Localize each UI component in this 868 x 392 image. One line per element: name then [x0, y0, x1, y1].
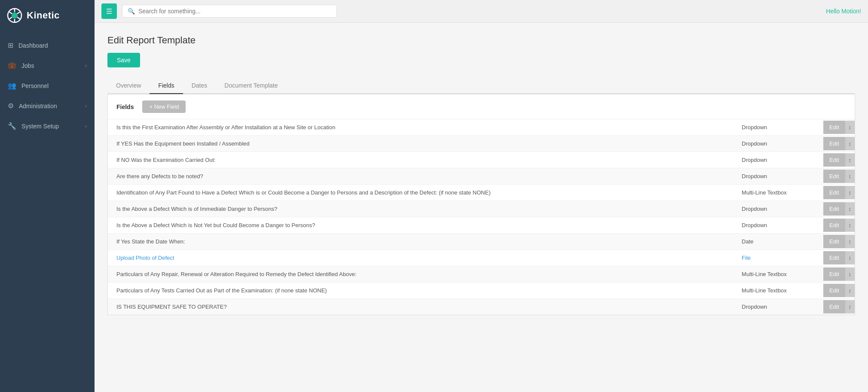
svg-line-3: [17, 12, 20, 14]
svg-point-1: [12, 12, 18, 18]
field-actions: Edit↕: [823, 121, 855, 134]
field-type: File: [737, 250, 823, 266]
edit-button[interactable]: Edit: [823, 153, 845, 167]
field-name: Is this the First Examination After Asse…: [108, 119, 737, 135]
field-actions: Edit↕: [823, 219, 855, 232]
fields-table: Is this the First Examination After Asse…: [108, 119, 855, 315]
table-row: Is the Above a Defect Which is of Immedi…: [108, 201, 855, 217]
svg-line-6: [9, 17, 12, 19]
tab-overview[interactable]: Overview: [107, 78, 150, 94]
sidebar-item-label: Personnel: [21, 82, 87, 89]
svg-line-4: [17, 17, 20, 19]
tab-dates[interactable]: Dates: [183, 78, 216, 94]
edit-button[interactable]: Edit: [823, 219, 845, 232]
table-row: If YES Has the Equipment been Installed …: [108, 136, 855, 152]
field-name: Are there any Defects to be noted?: [108, 168, 737, 184]
field-name: Is the Above a Defect Which is of Immedi…: [108, 201, 737, 217]
chevron-icon: ‹: [85, 63, 87, 69]
field-type: Dropdown: [737, 217, 823, 233]
field-type: Dropdown: [737, 299, 823, 315]
field-type: Dropdown: [737, 152, 823, 168]
sidebar-item-administration[interactable]: ⚙ Administration ‹: [0, 96, 95, 116]
field-type: Dropdown: [737, 201, 823, 217]
topbar-right: Hello Motion!: [826, 7, 861, 15]
edit-button[interactable]: Edit: [823, 235, 845, 248]
greeting-text: Hello Motion!: [826, 8, 861, 15]
table-row: If NO Was the Examination Carried Out:Dr…: [108, 152, 855, 168]
edit-button[interactable]: Edit: [823, 251, 845, 264]
sort-button[interactable]: ↕: [845, 170, 855, 183]
tab-document-template[interactable]: Document Template: [216, 78, 286, 94]
sort-button[interactable]: ↕: [845, 202, 855, 216]
field-actions: Edit↕: [823, 284, 855, 297]
field-type: Dropdown: [737, 119, 823, 135]
sort-button[interactable]: ↕: [845, 284, 855, 297]
table-row: IS THIS EQUIPMENT SAFE TO OPERATE?Dropdo…: [108, 299, 855, 315]
field-actions: Edit↕: [823, 202, 855, 216]
tabs: Overview Fields Dates Document Template: [107, 78, 855, 94]
field-type: Multi-Line Textbox: [737, 266, 823, 282]
topbar: ☰ 🔍 Hello Motion!: [95, 0, 868, 23]
fields-section-label: Fields: [116, 103, 134, 110]
field-name: Particulars of Any Tests Carried Out as …: [108, 283, 737, 298]
edit-button[interactable]: Edit: [823, 121, 845, 134]
field-name: If YES Has the Equipment been Installed …: [108, 136, 737, 152]
sidebar-item-label: Administration: [19, 103, 80, 109]
edit-button[interactable]: Edit: [823, 170, 845, 183]
field-actions: Edit↕: [823, 170, 855, 183]
sidebar: Kinetic ⊞ Dashboard 💼 Jobs ‹ 👥 Personnel…: [0, 0, 95, 392]
main-area: ☰ 🔍 Hello Motion! Edit Report Template S…: [95, 0, 868, 392]
edit-button[interactable]: Edit: [823, 267, 845, 281]
table-section: Fields + New Field Is this the First Exa…: [107, 94, 855, 315]
sort-button[interactable]: ↕: [845, 137, 855, 150]
field-type: Dropdown: [737, 168, 823, 184]
tab-fields[interactable]: Fields: [150, 78, 183, 94]
sidebar-item-dashboard[interactable]: ⊞ Dashboard: [0, 35, 95, 55]
field-actions: Edit↕: [823, 267, 855, 281]
sidebar-item-system-setup[interactable]: 🔧 System Setup ‹: [0, 116, 95, 136]
search-bar: 🔍: [122, 5, 337, 18]
content: Edit Report Template Save Overview Field…: [95, 23, 868, 392]
new-field-button[interactable]: + New Field: [142, 100, 186, 113]
search-input[interactable]: [138, 8, 331, 15]
field-actions: Edit↕: [823, 300, 855, 313]
sidebar-item-jobs[interactable]: 💼 Jobs ‹: [0, 55, 95, 76]
field-actions: Edit↕: [823, 251, 855, 264]
field-name: If NO Was the Examination Carried Out:: [108, 152, 737, 168]
grid-icon: ⊞: [8, 41, 13, 49]
save-button[interactable]: Save: [107, 53, 140, 67]
field-actions: Edit↕: [823, 137, 855, 150]
page-title: Edit Report Template: [107, 35, 855, 46]
sidebar-item-personnel[interactable]: 👥 Personnel: [0, 76, 95, 96]
sort-button[interactable]: ↕: [845, 235, 855, 248]
field-actions: Edit↕: [823, 235, 855, 248]
fields-header: Fields + New Field: [108, 94, 855, 119]
field-type: Multi-Line Textbox: [737, 283, 823, 298]
table-row: Is the Above a Defect Which is Not Yet b…: [108, 217, 855, 234]
sort-button[interactable]: ↕: [845, 267, 855, 281]
edit-button[interactable]: Edit: [823, 202, 845, 216]
edit-button[interactable]: Edit: [823, 137, 845, 150]
table-row: Upload Photo of DefectFileEdit↕: [108, 250, 855, 266]
settings-icon: ⚙: [8, 102, 14, 110]
table-row: Particulars of Any Repair, Renewal or Al…: [108, 266, 855, 283]
chevron-icon: ‹: [85, 103, 87, 109]
sidebar-item-label: Jobs: [21, 62, 80, 69]
logo: Kinetic: [0, 0, 95, 31]
table-row: Are there any Defects to be noted?Dropdo…: [108, 168, 855, 185]
sort-button[interactable]: ↕: [845, 300, 855, 313]
edit-button[interactable]: Edit: [823, 186, 845, 199]
menu-button[interactable]: ☰: [101, 3, 117, 19]
sort-button[interactable]: ↕: [845, 153, 855, 167]
sidebar-nav: ⊞ Dashboard 💼 Jobs ‹ 👥 Personnel ⚙ Admin…: [0, 35, 95, 136]
field-name: If Yes State the Date When:: [108, 234, 737, 249]
field-name: Identification of Any Part Found to Have…: [108, 185, 737, 201]
field-name: Upload Photo of Defect: [108, 250, 737, 266]
sort-button[interactable]: ↕: [845, 219, 855, 232]
svg-line-7: [9, 12, 12, 14]
sort-button[interactable]: ↕: [845, 251, 855, 264]
edit-button[interactable]: Edit: [823, 284, 845, 297]
sort-button[interactable]: ↕: [845, 186, 855, 199]
sort-button[interactable]: ↕: [845, 121, 855, 134]
edit-button[interactable]: Edit: [823, 300, 845, 313]
